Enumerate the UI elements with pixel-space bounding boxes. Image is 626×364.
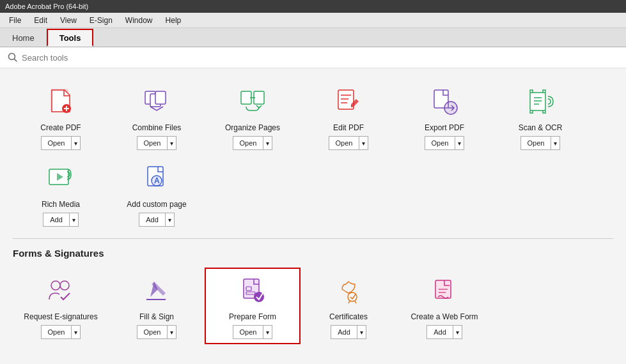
search-input[interactable]: [22, 53, 150, 63]
export-pdf-arrow-btn[interactable]: ▾: [455, 136, 464, 150]
tool-create-pdf: Create PDF Open ▾: [13, 79, 109, 155]
request-esig-arrow-btn[interactable]: ▾: [72, 325, 81, 339]
forms-section-title: Forms & Signatures: [13, 248, 613, 259]
add-custom-page-arrow-btn[interactable]: ▾: [166, 213, 175, 227]
prepare-form-arrow-btn[interactable]: ▾: [263, 325, 272, 339]
rich-media-icon: [44, 162, 77, 195]
tool-certificates: Certificates Add ▾: [301, 268, 396, 344]
menu-view[interactable]: View: [54, 15, 83, 26]
svg-point-28: [51, 281, 60, 290]
svg-point-35: [348, 292, 357, 301]
request-esig-open-btn[interactable]: Open: [41, 325, 72, 339]
certificates-label: Certificates: [329, 312, 368, 321]
edit-pdf-arrow-btn[interactable]: ▾: [359, 136, 368, 150]
organize-pages-label: Organize Pages: [225, 123, 280, 132]
tool-export-pdf: Export PDF Open ▾: [396, 79, 492, 155]
combine-files-open-btn[interactable]: Open: [137, 136, 168, 150]
add-custom-page-add-btn[interactable]: Add: [139, 213, 166, 227]
export-pdf-open-btn[interactable]: Open: [425, 136, 456, 150]
svg-rect-10: [254, 91, 264, 104]
create-web-form-icon: [428, 274, 461, 307]
export-pdf-icon: [428, 85, 461, 118]
export-pdf-label: Export PDF: [425, 123, 464, 132]
svg-rect-9: [241, 91, 251, 104]
scan-ocr-label: Scan & OCR: [519, 123, 563, 132]
add-custom-page-btn-group: Add ▾: [139, 213, 175, 227]
svg-rect-18: [530, 93, 545, 110]
tool-combine-files: Combine Files Open ▾: [109, 79, 205, 155]
create-pdf-label: Create PDF: [40, 123, 81, 132]
svg-line-1: [15, 59, 17, 62]
edit-pdf-label: Edit PDF: [333, 123, 364, 132]
create-pdf-btn-group: Open ▾: [41, 136, 81, 150]
request-esig-label: Request E-signatures: [24, 312, 97, 321]
tool-edit-pdf: Edit PDF Open ▾: [301, 79, 396, 155]
rich-media-btn-group: Add ▾: [43, 213, 79, 227]
organize-pages-icon: [236, 85, 269, 118]
combine-files-arrow-btn[interactable]: ▾: [168, 136, 176, 150]
combine-files-btn-group: Open ▾: [137, 136, 177, 150]
create-web-form-arrow-btn[interactable]: ▾: [453, 325, 462, 339]
scan-ocr-btn-group: Open ▾: [520, 136, 561, 150]
svg-line-37: [355, 301, 356, 303]
prepare-form-open-btn[interactable]: Open: [233, 325, 264, 339]
title-bar-text: Adobe Acrobat Pro (64-bit): [5, 3, 88, 10]
organize-pages-open-btn[interactable]: Open: [233, 136, 264, 150]
organize-pages-arrow-btn[interactable]: ▾: [263, 136, 272, 150]
fill-sign-open-btn[interactable]: Open: [137, 325, 168, 339]
create-web-form-label: Create a Web Form: [411, 312, 478, 321]
fill-sign-arrow-btn[interactable]: ▾: [168, 325, 176, 339]
add-custom-page-label: Add custom page: [127, 200, 186, 209]
main-content: Create PDF Open ▾ Combine Files Open ▾: [0, 68, 626, 357]
create-pdf-open-btn[interactable]: Open: [41, 136, 72, 150]
search-icon: [8, 52, 18, 63]
menu-help[interactable]: Help: [159, 15, 188, 26]
svg-rect-8: [155, 91, 166, 104]
rich-media-add-btn[interactable]: Add: [43, 213, 70, 227]
rich-media-arrow-btn[interactable]: ▾: [70, 213, 79, 227]
tool-prepare-form: Prepare Form Open ▾: [205, 268, 301, 344]
prepare-form-btn-group: Open ▾: [233, 325, 273, 339]
prepare-form-icon: [236, 274, 269, 307]
svg-line-36: [348, 301, 350, 303]
certificates-arrow-btn[interactable]: ▾: [357, 325, 366, 339]
tool-rich-media: Rich Media Add ▾: [13, 155, 109, 232]
svg-text:A: A: [154, 176, 160, 185]
fill-sign-icon: [140, 274, 173, 307]
title-bar: Adobe Acrobat Pro (64-bit): [0, 0, 626, 13]
create-web-form-btn-group: Add ▾: [426, 325, 462, 339]
edit-pdf-icon: [332, 85, 365, 118]
tab-tools[interactable]: Tools: [47, 29, 94, 47]
menu-window[interactable]: Window: [119, 15, 159, 26]
tool-organize-pages: Organize Pages Open ▾: [205, 79, 301, 155]
svg-point-29: [60, 281, 69, 290]
scan-ocr-open-btn[interactable]: Open: [520, 136, 552, 150]
menu-esign[interactable]: E-Sign: [83, 15, 119, 26]
combine-files-icon: [140, 85, 173, 118]
fill-sign-label: Fill & Sign: [139, 312, 174, 321]
edit-pdf-open-btn[interactable]: Open: [329, 136, 360, 150]
edit-pdf-btn-group: Open ▾: [329, 136, 369, 150]
tab-home[interactable]: Home: [0, 29, 47, 47]
request-esig-icon: [44, 274, 77, 307]
certificates-add-btn[interactable]: Add: [331, 325, 357, 339]
tools-grid-top: Create PDF Open ▾ Combine Files Open ▾: [13, 79, 613, 232]
menu-file[interactable]: File: [3, 15, 27, 26]
tab-bar: Home Tools: [0, 28, 626, 47]
tool-scan-ocr: Scan & OCR Open ▾: [492, 79, 588, 155]
request-esig-btn-group: Open ▾: [41, 325, 81, 339]
forms-tools-grid: Request E-signatures Open ▾ Fill & Sign …: [13, 268, 613, 344]
export-pdf-btn-group: Open ▾: [425, 136, 465, 150]
scan-ocr-icon: [524, 85, 557, 118]
create-pdf-icon: [44, 85, 77, 118]
create-pdf-arrow-btn[interactable]: ▾: [72, 136, 81, 150]
add-custom-page-icon: A: [140, 162, 173, 195]
scan-ocr-arrow-btn[interactable]: ▾: [551, 136, 560, 150]
certificates-btn-group: Add ▾: [331, 325, 366, 339]
menu-edit[interactable]: Edit: [27, 15, 54, 26]
prepare-form-label: Prepare Form: [229, 312, 276, 321]
tool-fill-sign: Fill & Sign Open ▾: [109, 268, 205, 344]
combine-files-label: Combine Files: [132, 123, 182, 132]
create-web-form-add-btn[interactable]: Add: [426, 325, 453, 339]
tool-add-custom-page: A Add custom page Add ▾: [109, 155, 205, 232]
